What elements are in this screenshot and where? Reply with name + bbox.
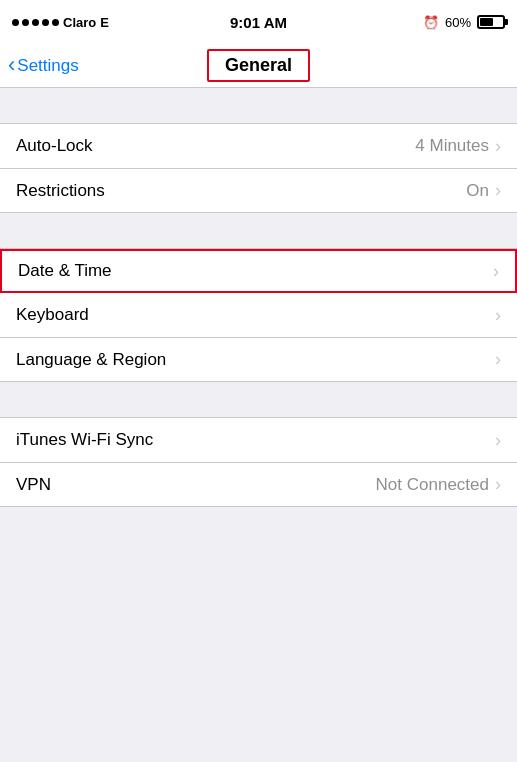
restrictions-chevron-icon: ›: [495, 180, 501, 201]
auto-lock-value: 4 Minutes: [415, 136, 489, 156]
restrictions-label: Restrictions: [16, 181, 466, 201]
section-gap-1: [0, 88, 517, 123]
carrier-label: Claro: [63, 15, 96, 30]
signal-dots: [12, 19, 59, 26]
itunes-wifi-label: iTunes Wi-Fi Sync: [16, 430, 489, 450]
language-region-chevron-icon: ›: [495, 349, 501, 370]
network-type-label: E: [100, 15, 109, 30]
date-time-label: Date & Time: [18, 261, 487, 281]
settings-group-3: iTunes Wi-Fi Sync › VPN Not Connected ›: [0, 417, 517, 507]
battery-fill: [480, 18, 493, 26]
nav-title: General: [225, 55, 292, 75]
signal-dot-2: [22, 19, 29, 26]
status-bar: Claro E 9:01 AM ⏰ 60%: [0, 0, 517, 44]
section-gap-3: [0, 382, 517, 417]
vpn-row[interactable]: VPN Not Connected ›: [0, 462, 517, 506]
status-time: 9:01 AM: [230, 14, 287, 31]
section-gap-2: [0, 213, 517, 248]
battery-percentage: 60%: [445, 15, 471, 30]
vpn-chevron-icon: ›: [495, 474, 501, 495]
date-time-chevron-icon: ›: [493, 261, 499, 282]
restrictions-row[interactable]: Restrictions On ›: [0, 168, 517, 212]
itunes-wifi-row[interactable]: iTunes Wi-Fi Sync ›: [0, 418, 517, 462]
restrictions-value: On: [466, 181, 489, 201]
settings-group-1: Auto-Lock 4 Minutes › Restrictions On ›: [0, 123, 517, 213]
vpn-label: VPN: [16, 475, 376, 495]
signal-dot-4: [42, 19, 49, 26]
back-label[interactable]: Settings: [17, 56, 78, 76]
settings-group-2: Date & Time › Keyboard › Language & Regi…: [0, 248, 517, 382]
alarm-icon: ⏰: [423, 15, 439, 30]
status-right: ⏰ 60%: [423, 15, 505, 30]
auto-lock-row[interactable]: Auto-Lock 4 Minutes ›: [0, 124, 517, 168]
battery-icon: [477, 15, 505, 29]
auto-lock-chevron-icon: ›: [495, 136, 501, 157]
nav-title-box: General: [207, 49, 310, 82]
back-chevron-icon: ‹: [8, 54, 15, 76]
language-region-label: Language & Region: [16, 350, 489, 370]
vpn-value: Not Connected: [376, 475, 489, 495]
signal-dot-3: [32, 19, 39, 26]
itunes-wifi-chevron-icon: ›: [495, 430, 501, 451]
signal-dot-1: [12, 19, 19, 26]
nav-bar: ‹ Settings General: [0, 44, 517, 88]
keyboard-row[interactable]: Keyboard ›: [0, 293, 517, 337]
status-left: Claro E: [12, 15, 109, 30]
date-time-row[interactable]: Date & Time ›: [0, 249, 517, 293]
auto-lock-label: Auto-Lock: [16, 136, 415, 156]
back-button[interactable]: ‹ Settings: [8, 55, 79, 76]
signal-dot-5: [52, 19, 59, 26]
keyboard-chevron-icon: ›: [495, 305, 501, 326]
keyboard-label: Keyboard: [16, 305, 489, 325]
language-region-row[interactable]: Language & Region ›: [0, 337, 517, 381]
